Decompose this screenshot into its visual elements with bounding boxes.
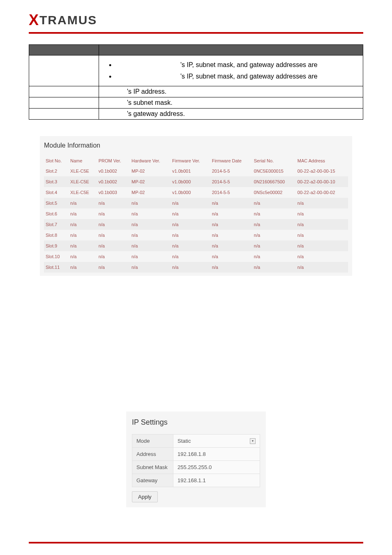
table-cell: n/a <box>69 208 97 219</box>
table-cell: n/a <box>296 251 348 262</box>
table-cell: v0.1b002 <box>97 176 130 187</box>
table-cell: n/a <box>97 219 130 230</box>
ip-address-label: Address <box>132 448 173 461</box>
table-cell: n/a <box>210 219 252 230</box>
apply-button[interactable]: Apply <box>132 491 158 502</box>
table-row: Slot.5n/an/an/an/an/an/an/a <box>44 198 348 208</box>
table-cell: 2014-5-5 <box>210 166 252 176</box>
table-cell: n/a <box>171 208 210 219</box>
ip-mode-select[interactable]: Static ▾ <box>173 435 260 448</box>
table-cell: n/a <box>171 230 210 240</box>
table-cell: Slot.5 <box>44 198 69 208</box>
table-row: Slot.2XLE-C5Ev0.1b002MP-02v1.0b0012014-5… <box>44 166 348 176</box>
table-cell: n/a <box>252 240 296 251</box>
info-table: 's IP, subnet mask, and gateway addresse… <box>29 44 363 120</box>
module-info-panel: Module Information Slot No.NamePROM Ver.… <box>40 136 352 276</box>
module-table: Slot No.NamePROM Ver.Hardware Ver.Firmwa… <box>44 156 348 273</box>
table-cell: n/a <box>97 240 130 251</box>
table-cell: Slot.4 <box>44 187 69 198</box>
table-cell: n/a <box>210 198 252 208</box>
module-col-header: Firmware Ver. <box>171 156 210 166</box>
table-cell: n/a <box>296 219 348 230</box>
table-cell: Slot.6 <box>44 208 69 219</box>
table-cell: 0N2160667500 <box>252 176 296 187</box>
ip-subnet-field[interactable]: 255.255.255.0 <box>173 461 260 474</box>
info-subnet-row: 's subnet mask. <box>102 99 360 106</box>
table-cell: n/a <box>296 230 348 240</box>
table-cell: v0.1b002 <box>97 166 130 176</box>
table-cell: n/a <box>210 262 252 273</box>
module-col-header: MAC Address <box>296 156 348 166</box>
table-cell: n/a <box>210 240 252 251</box>
table-cell: n/a <box>97 198 130 208</box>
table-cell: n/a <box>210 208 252 219</box>
ip-gateway-label: Gateway <box>132 474 173 487</box>
chevron-down-icon[interactable]: ▾ <box>250 438 256 444</box>
table-cell: n/a <box>296 262 348 273</box>
table-cell: n/a <box>69 198 97 208</box>
ip-mode-value: Static <box>178 438 191 444</box>
module-col-header: Hardware Ver. <box>130 156 171 166</box>
table-cell: v1.0b000 <box>171 176 210 187</box>
info-bullet-2: 's IP, subnet mask, and gateway addresse… <box>119 73 360 80</box>
table-cell: Slot.8 <box>44 230 69 240</box>
table-cell: n/a <box>69 230 97 240</box>
table-cell: MP-02 <box>130 176 171 187</box>
table-cell: MP-02 <box>130 166 171 176</box>
table-cell: n/a <box>252 208 296 219</box>
table-cell: n/a <box>296 198 348 208</box>
logo-underline <box>29 32 363 34</box>
table-cell: v1.0b001 <box>171 166 210 176</box>
ip-settings-title: IP Settings <box>132 418 260 427</box>
table-cell: n/a <box>171 262 210 273</box>
table-cell: v1.0b000 <box>171 187 210 198</box>
info-ip-row: 's IP address. <box>102 88 360 95</box>
ip-subnet-label: Subnet Mask <box>132 461 173 474</box>
table-cell: 00-22-a2-00-00-10 <box>296 176 348 187</box>
logo: XTRAMUS <box>29 12 363 29</box>
table-cell: n/a <box>69 219 97 230</box>
table-row: Slot.7n/an/an/an/an/an/an/a <box>44 219 348 230</box>
table-cell: n/a <box>130 240 171 251</box>
table-cell: n/a <box>97 230 130 240</box>
module-col-header: Firmware Date <box>210 156 252 166</box>
table-cell: 0NSc5e00002 <box>252 187 296 198</box>
table-cell: Slot.10 <box>44 251 69 262</box>
table-cell: n/a <box>171 219 210 230</box>
table-cell: Slot.7 <box>44 219 69 230</box>
ip-address-field[interactable]: 192.168.1.8 <box>173 448 260 461</box>
table-cell: 2014-5-5 <box>210 176 252 187</box>
ip-gateway-field[interactable]: 192.168.1.1 <box>173 474 260 487</box>
table-cell: MP-02 <box>130 187 171 198</box>
table-cell: n/a <box>210 251 252 262</box>
table-cell: Slot.11 <box>44 262 69 273</box>
table-cell: v0.1b003 <box>97 187 130 198</box>
table-cell: n/a <box>69 251 97 262</box>
table-cell: n/a <box>130 219 171 230</box>
table-cell: XLE-C5E <box>69 176 97 187</box>
table-cell: 2014-5-5 <box>210 187 252 198</box>
module-col-header: Serial No. <box>252 156 296 166</box>
table-cell: n/a <box>69 262 97 273</box>
table-cell: n/a <box>97 208 130 219</box>
table-cell: 00-22-a2-00-00-15 <box>296 166 348 176</box>
table-cell: 0NC5E000015 <box>252 166 296 176</box>
table-cell: n/a <box>130 198 171 208</box>
module-col-header: Name <box>69 156 97 166</box>
table-cell: n/a <box>210 230 252 240</box>
table-cell: n/a <box>252 230 296 240</box>
table-cell: XLE-C5E <box>69 187 97 198</box>
table-cell: n/a <box>97 251 130 262</box>
ip-mode-label: Mode <box>132 435 173 448</box>
table-cell: n/a <box>296 208 348 219</box>
logo-text: TRAMUS <box>39 13 97 27</box>
table-cell: n/a <box>296 240 348 251</box>
table-cell: XLE-C5E <box>69 166 97 176</box>
table-cell: Slot.2 <box>44 166 69 176</box>
table-cell: Slot.3 <box>44 176 69 187</box>
table-row: Slot.11n/an/an/an/an/an/an/a <box>44 262 348 273</box>
table-cell: n/a <box>252 262 296 273</box>
table-cell: n/a <box>171 251 210 262</box>
info-bullet-1: 's IP, subnet mask, and gateway addresse… <box>119 61 360 69</box>
table-cell: n/a <box>252 198 296 208</box>
